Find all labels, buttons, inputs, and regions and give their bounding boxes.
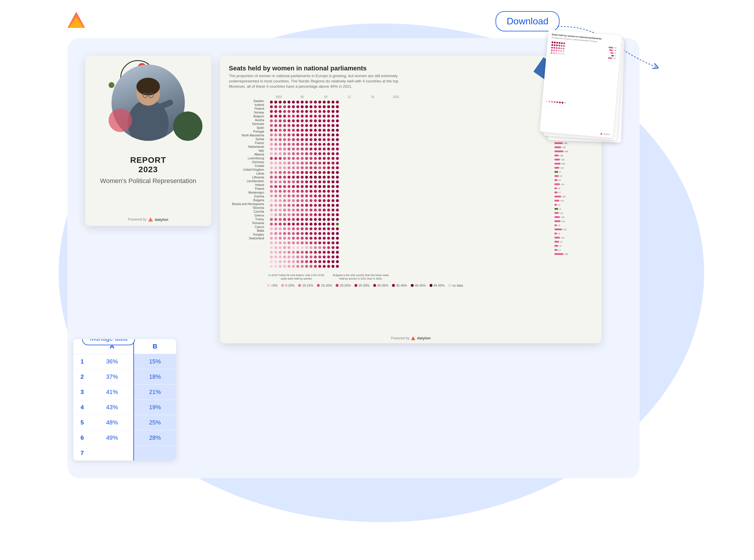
- svg-point-376: [332, 204, 335, 207]
- svg-point-516: [314, 246, 317, 249]
- svg-point-473: [336, 232, 339, 235]
- svg-point-513: [301, 246, 304, 249]
- svg-point-345: [336, 195, 339, 197]
- legend-15-20: 15-20%: [317, 284, 332, 287]
- svg-point-50: [305, 110, 308, 113]
- svg-point-484: [314, 237, 317, 240]
- svg-point-147: [310, 138, 313, 141]
- logo-icon: [67, 12, 85, 28]
- svg-point-225: [301, 162, 304, 164]
- svg-point-260: [314, 171, 317, 174]
- svg-point-177: [301, 147, 304, 151]
- svg-point-548: [314, 256, 317, 258]
- country-labels-column: Sweden Iceland Finland Norway Belgium Au…: [229, 100, 264, 271]
- svg-point-119: [327, 129, 330, 132]
- svg-point-266: [270, 176, 273, 179]
- svg-point-531: [310, 251, 313, 254]
- svg-point-54: [323, 110, 326, 113]
- svg-point-406: [323, 213, 326, 216]
- svg-point-454: [323, 227, 326, 230]
- svg-point-291: [310, 180, 313, 183]
- download-button[interactable]: Download: [496, 11, 559, 32]
- svg-point-254: [287, 171, 291, 174]
- svg-point-85: [318, 119, 321, 122]
- manage-data-button[interactable]: Manage data: [82, 339, 135, 345]
- svg-point-183: [327, 147, 330, 151]
- svg-point-448: [296, 227, 299, 230]
- svg-point-139: [274, 138, 277, 141]
- svg-point-67: [310, 115, 313, 118]
- svg-point-433: [301, 223, 304, 225]
- country-latvia: Latvia: [229, 172, 264, 175]
- svg-point-259: [310, 171, 313, 174]
- svg-point-198: [323, 152, 326, 155]
- table-row: 649%28%: [73, 431, 176, 446]
- svg-point-515: [310, 246, 313, 249]
- svg-point-190: [287, 152, 291, 155]
- legend-dot-4: [317, 284, 320, 287]
- svg-point-138: [270, 138, 273, 141]
- svg-point-107: [274, 129, 277, 132]
- svg-point-560: [296, 260, 299, 263]
- svg-point-66: [305, 115, 308, 118]
- svg-point-565: [318, 260, 321, 263]
- svg-point-151: [327, 138, 330, 141]
- svg-point-501: [318, 241, 321, 244]
- table-cell-a-5: 48%: [91, 415, 134, 431]
- svg-point-172: [279, 147, 282, 151]
- legend-nodata: no data: [448, 284, 463, 287]
- svg-point-83: [310, 119, 313, 122]
- svg-point-384: [296, 208, 299, 212]
- svg-point-476: [279, 237, 282, 240]
- svg-point-64: [296, 115, 299, 118]
- cover-year: 2023: [94, 165, 202, 174]
- svg-point-324: [314, 190, 317, 193]
- svg-point-378: [270, 208, 273, 212]
- svg-point-22: [323, 101, 326, 103]
- svg-point-422: [323, 218, 326, 221]
- svg-point-340: [314, 195, 317, 197]
- svg-point-239: [292, 166, 295, 169]
- svg-point-91: [274, 124, 277, 127]
- svg-point-209: [301, 157, 304, 160]
- svg-point-36: [314, 105, 317, 108]
- svg-point-564: [314, 260, 317, 263]
- cover-image-area: [85, 56, 211, 149]
- svg-point-363: [274, 204, 277, 207]
- datylon-text-viz: datylon: [417, 336, 431, 340]
- svg-point-242: [305, 166, 308, 169]
- svg-point-98: [305, 124, 308, 127]
- viz-powered-text: Powered by: [391, 336, 409, 340]
- svg-point-383: [292, 208, 295, 212]
- svg-point-250: [270, 171, 273, 174]
- svg-point-103: [327, 124, 330, 127]
- svg-point-338: [305, 195, 308, 197]
- svg-point-332: [279, 195, 282, 197]
- svg-point-116: [314, 129, 317, 132]
- svg-point-556: [279, 260, 282, 263]
- svg-point-161: [301, 143, 304, 146]
- svg-point-276: [314, 176, 317, 179]
- legend-label-3: 10-15%: [302, 284, 313, 287]
- svg-point-323: [310, 190, 313, 193]
- legend-dot-7: [373, 284, 376, 287]
- svg-point-200: [332, 152, 335, 155]
- svg-point-301: [283, 185, 286, 188]
- svg-point-32: [296, 105, 299, 108]
- svg-point-367: [292, 204, 295, 207]
- svg-point-570: [270, 265, 273, 268]
- svg-point-396: [279, 213, 282, 216]
- svg-point-13: [283, 101, 286, 103]
- svg-point-452: [314, 227, 317, 230]
- svg-point-326: [323, 190, 326, 193]
- svg-point-84: [314, 119, 317, 122]
- svg-point-414: [287, 218, 291, 221]
- svg-point-547: [310, 256, 313, 258]
- svg-point-40: [332, 105, 335, 108]
- svg-point-263: [327, 171, 330, 174]
- svg-point-157: [283, 143, 286, 146]
- svg-point-517: [318, 246, 321, 249]
- country-czechia: Czechia: [229, 210, 264, 213]
- legend-label-4: 15-20%: [321, 284, 332, 287]
- svg-point-134: [323, 134, 326, 136]
